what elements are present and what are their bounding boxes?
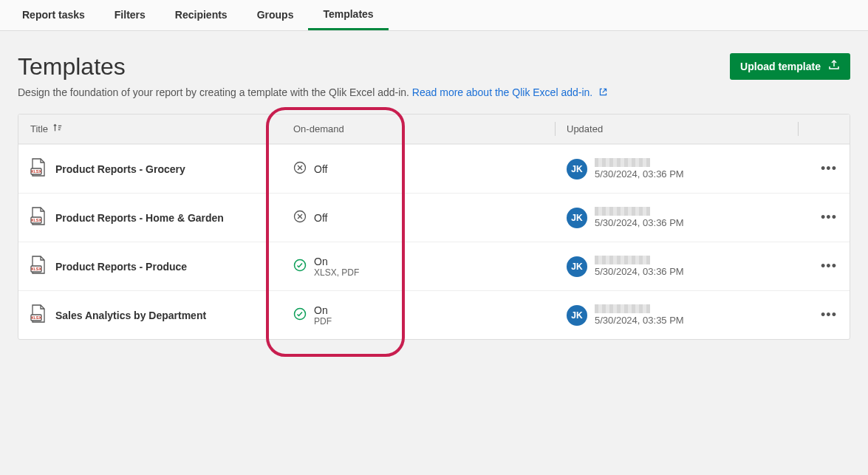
xlsx-file-icon: XLSX: [30, 158, 47, 180]
page-subtext: Design the foundation of your report by …: [18, 86, 850, 99]
xlsx-file-icon: XLSX: [30, 304, 47, 326]
more-horizontal-icon: •••: [821, 210, 837, 225]
timestamp: 5/30/2024, 03:36 PM: [595, 266, 684, 277]
avatar: JK: [567, 208, 587, 228]
xlsx-file-icon: XLSX: [30, 207, 47, 228]
col-title[interactable]: Title: [18, 115, 281, 143]
timestamp: 5/30/2024, 03:36 PM: [595, 168, 684, 180]
table-row[interactable]: XLSX Product Reports - Grocery Off JK 5/…: [18, 144, 850, 193]
on-status-icon: [293, 259, 307, 274]
tab-filters[interactable]: Filters: [100, 0, 160, 30]
template-title: Product Reports - Produce: [55, 261, 187, 273]
avatar: JK: [567, 256, 587, 277]
xlsx-file-icon: XLSX: [30, 256, 47, 277]
col-actions: [798, 115, 850, 143]
user-name-redacted: [595, 207, 650, 216]
user-name-redacted: [595, 158, 650, 167]
table-header-row: Title On-demand Updated: [18, 115, 850, 144]
avatar: JK: [567, 305, 587, 326]
content-area: Templates Upload template Design the fou…: [0, 31, 868, 340]
tab-templates[interactable]: Templates: [308, 0, 388, 30]
table-row[interactable]: XLSX Product Reports - Home & Garden Off…: [18, 193, 850, 242]
table-row[interactable]: XLSX Sales Analytics by Department On PD…: [18, 290, 850, 339]
off-status-icon: [293, 210, 307, 225]
template-title: Product Reports - Home & Garden: [55, 212, 224, 224]
off-status-icon: [293, 161, 307, 177]
learn-more-link[interactable]: Read more about the Qlik Excel add-in.: [412, 86, 608, 98]
tab-groups[interactable]: Groups: [242, 0, 309, 30]
tab-recipients[interactable]: Recipients: [160, 0, 242, 30]
template-title: Sales Analytics by Department: [55, 310, 206, 321]
row-actions-button[interactable]: •••: [819, 256, 839, 277]
svg-text:XLSX: XLSX: [31, 315, 42, 320]
template-title: Product Reports - Grocery: [55, 163, 185, 175]
col-updated: Updated: [555, 115, 798, 143]
col-ondemand: On-demand: [281, 115, 555, 143]
svg-text:XLSX: XLSX: [31, 218, 42, 222]
svg-text:XLSX: XLSX: [31, 267, 42, 271]
more-horizontal-icon: •••: [821, 259, 837, 274]
user-name-redacted: [595, 256, 650, 264]
tabs-bar: Report tasks Filters Recipients Groups T…: [0, 0, 868, 31]
tab-report-tasks[interactable]: Report tasks: [7, 0, 100, 30]
row-actions-button[interactable]: •••: [819, 305, 839, 326]
on-status-icon: [293, 307, 307, 323]
more-horizontal-icon: •••: [821, 161, 837, 177]
timestamp: 5/30/2024, 03:36 PM: [595, 217, 684, 228]
upload-icon: [828, 59, 840, 73]
upload-template-label: Upload template: [740, 61, 821, 72]
svg-text:XLSX: XLSX: [31, 169, 42, 174]
user-name-redacted: [595, 304, 650, 313]
row-actions-button[interactable]: •••: [819, 208, 839, 228]
row-actions-button[interactable]: •••: [819, 159, 839, 180]
page-title: Templates: [18, 53, 126, 81]
more-horizontal-icon: •••: [821, 307, 837, 323]
upload-template-button[interactable]: Upload template: [730, 53, 850, 80]
sort-icon: [52, 123, 63, 135]
templates-table: Title On-demand Updated: [18, 114, 850, 340]
table-row[interactable]: XLSX Product Reports - Produce On XLSX, …: [18, 242, 850, 290]
external-link-icon: [598, 87, 608, 99]
timestamp: 5/30/2024, 03:35 PM: [595, 315, 684, 326]
avatar: JK: [567, 159, 587, 180]
